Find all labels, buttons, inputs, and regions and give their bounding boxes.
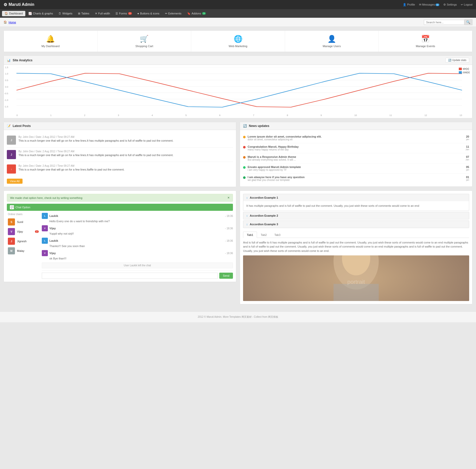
- marketing-card-icon: 🌐: [234, 35, 243, 43]
- news-header-left: 🔄 News updates: [243, 124, 269, 128]
- news-dot-3: [243, 166, 246, 169]
- accordion-body-0: It has multiple paragraphs and is full o…: [243, 201, 469, 211]
- online-users-label: Online Users: [7, 213, 40, 216]
- top-bar: ⚙ Maruti Admin 👤 Profile ✉ Messages 0 ⚙ …: [0, 0, 476, 9]
- news-date-3: 05 jan: [462, 165, 469, 171]
- chat-messages: L Laukik - 18:36 Hello Every one do u wa…: [42, 213, 233, 279]
- news-dot-1: [243, 146, 246, 148]
- gear-icon: ⚙: [443, 3, 446, 6]
- fullwidth-icon: ✕: [95, 12, 97, 15]
- events-card-label: Manage Events: [416, 45, 435, 48]
- posts-header: 📝 Latest Posts: [4, 122, 236, 130]
- chart-legend: sin(x) cos(x): [459, 67, 470, 74]
- posts-header-left: 📝 Latest Posts: [7, 124, 31, 128]
- nav-addons[interactable]: 🔖 Addons 3: [185, 11, 208, 16]
- close-icon[interactable]: ✕: [227, 196, 230, 199]
- view-all-button[interactable]: View All: [7, 179, 23, 184]
- users-card-label: Manage Users: [323, 45, 341, 48]
- accordion-header-1[interactable]: ↕ Accordion Example 2: [243, 212, 469, 219]
- card-dashboard[interactable]: 🔔 My Dashboard: [4, 31, 97, 52]
- nav-tables[interactable]: ⊞ Tables: [75, 11, 92, 16]
- msg-avatar-2: L: [42, 238, 48, 244]
- dashboard-card-icon: 🔔: [46, 35, 55, 43]
- chart-area: sin(x) cos(x): [4, 65, 472, 121]
- legend-cos-color: [459, 71, 462, 74]
- tab-tab1[interactable]: Tab1: [243, 232, 257, 238]
- online-user-malay[interactable]: M Malay: [7, 246, 40, 256]
- home-icon: 🏠: [5, 12, 8, 15]
- news-content-4: I am alwayse here if you have any questi…: [248, 176, 460, 181]
- news-body: Lorem ipsum dolor sit amet, consectetur …: [240, 130, 472, 186]
- tabs-section: Tab1 Tab2 Tab3 And is full of waffle to …: [243, 232, 469, 301]
- update-stats-button[interactable]: 🔄 Update stats: [445, 58, 469, 63]
- forms-badge: 3: [128, 12, 132, 15]
- elements-icon: ✏: [165, 12, 167, 15]
- online-user-sunil[interactable]: S Sunil: [7, 217, 40, 227]
- accordion-body: ↕ Accordion Example 1 It has multiple pa…: [240, 191, 472, 304]
- messages-link[interactable]: ✉ Messages 0: [419, 3, 439, 6]
- search-bar: 🔍: [424, 19, 472, 25]
- search-input[interactable]: [424, 20, 464, 25]
- user-avatar-malay: M: [8, 247, 15, 254]
- tab-tab3[interactable]: Tab3: [271, 232, 284, 238]
- nav-forms[interactable]: ☰ Forms 3: [113, 11, 134, 16]
- posts-icon: 📝: [7, 124, 11, 128]
- posts-title: Latest Posts: [13, 124, 31, 128]
- tab-bar: Tab1 Tab2 Tab3: [243, 232, 469, 238]
- user-icon: 👤: [403, 3, 406, 6]
- news-dot-2: [243, 156, 246, 159]
- nav-dashboard[interactable]: 🏠 Dashboard: [2, 11, 25, 16]
- news-content-2: Maruti is a Responsive Admin theme But a…: [248, 155, 460, 161]
- card-shopping[interactable]: 🛒 Shopping Cart: [97, 31, 191, 52]
- top-bar-right: 👤 Profile ✉ Messages 0 ⚙ Settings ↩ Logo…: [403, 3, 472, 6]
- card-users[interactable]: 👤 Manage Users: [285, 31, 379, 52]
- accordion-item-1: ↕ Accordion Example 2: [243, 212, 469, 219]
- news-dot-0: [243, 136, 246, 138]
- forms-icon: ☰: [115, 12, 118, 15]
- chat-col: We made chat option here, check out by w…: [4, 191, 236, 308]
- nav-charts[interactable]: 📈 Charts & graphs: [26, 11, 55, 16]
- tab-tab2[interactable]: Tab2: [257, 232, 271, 238]
- news-item: I am alwayse here if you have any questi…: [243, 174, 469, 183]
- news-title: News updates: [249, 124, 269, 128]
- news-date-2: 07 Jan: [462, 155, 469, 161]
- posts-body: J By: John Deo / Date: 2 Aug 2012 / Time…: [4, 130, 236, 187]
- card-events[interactable]: 📅 Manage Events: [379, 31, 472, 52]
- breadcrumb-home[interactable]: Home: [9, 21, 16, 24]
- nav-widgets[interactable]: 🗒 Widgets: [56, 11, 75, 16]
- news-item: Congratulation Maruti, Happy Birthday ma…: [243, 143, 469, 153]
- envelope-icon: ✉: [419, 3, 421, 6]
- chat-notice: We made chat option here, check out by w…: [7, 194, 233, 202]
- chat-panel-body: We made chat option here, check out by w…: [4, 191, 236, 282]
- analytics-icon: 📊: [7, 59, 11, 62]
- online-user-jignesh[interactable]: J Jignesh: [7, 236, 40, 246]
- nav-elements[interactable]: ✏ Eelements: [163, 11, 184, 16]
- nav-buttons[interactable]: ● Buttons & icons: [135, 11, 162, 16]
- accordion-header-0[interactable]: ↕ Accordion Example 1: [243, 194, 469, 201]
- messages-badge: 0: [435, 4, 439, 6]
- brand-name: Maruti Admin: [9, 2, 34, 7]
- send-button[interactable]: Send: [219, 273, 233, 279]
- news-date-1: 11 Jan: [462, 145, 469, 151]
- svg-text:portrait: portrait: [347, 279, 365, 285]
- card-marketing[interactable]: 🌐 Web Marketing: [191, 31, 285, 52]
- accordion-header-2[interactable]: ↕ Accordion Example 3: [243, 221, 469, 228]
- accordion-panel: ↕ Accordion Example 1 It has multiple pa…: [240, 191, 472, 304]
- brand-icon: ⚙: [4, 2, 7, 7]
- chat-input[interactable]: [42, 273, 218, 279]
- legend-sin: sin(x): [459, 67, 470, 70]
- latest-posts-panel: 📝 Latest Posts J By: John Deo / Date: 2 …: [4, 122, 236, 187]
- post-content-0: By: John Deo / Date: 2 Aug 2012 / Time 0…: [18, 136, 173, 145]
- analytics-title: Site Analytics: [13, 59, 32, 62]
- nav-fullwidth[interactable]: ✕ Full width: [92, 11, 112, 16]
- logout-link[interactable]: ↩ Logout: [461, 3, 472, 6]
- chat-users: Online Users S Sunil V Vijay 2: [7, 213, 40, 279]
- news-date-0: 20 jan: [462, 135, 469, 141]
- marketing-card-label: Web Marketing: [229, 45, 247, 48]
- chat-msg-1: V Vijay - 18:36 Yuppil why not sirji!!: [42, 225, 233, 235]
- settings-link[interactable]: ⚙ Settings: [443, 3, 457, 6]
- chart-svg: [16, 67, 462, 113]
- profile-link[interactable]: 👤 Profile: [403, 3, 415, 6]
- search-button[interactable]: 🔍: [464, 19, 472, 25]
- online-user-vijay[interactable]: V Vijay 2: [7, 227, 40, 236]
